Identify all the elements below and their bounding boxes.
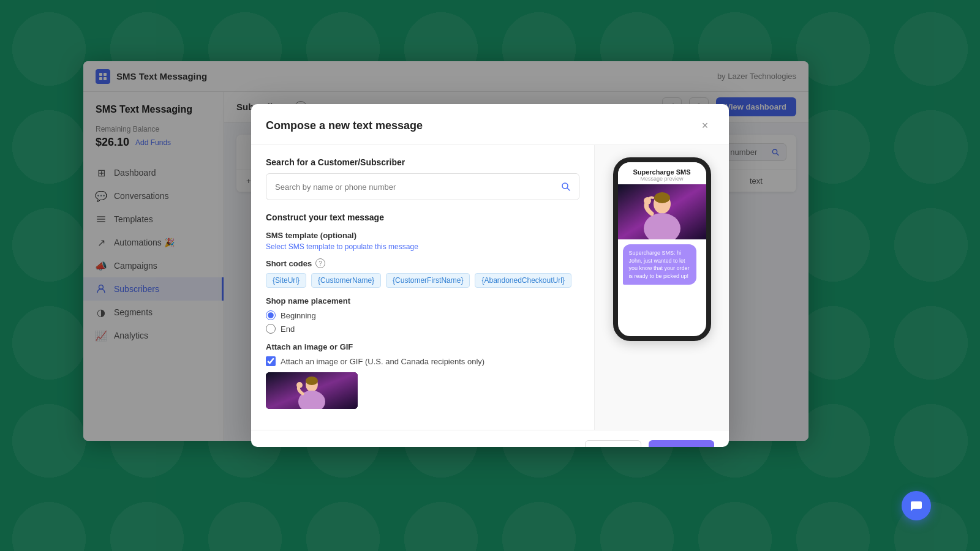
short-codes-label: Short codes [266, 259, 312, 268]
svg-point-9 [562, 183, 568, 189]
attach-check-label: Attach an image or GIF (U.S. and Canada … [281, 357, 484, 366]
modal-footer: Cancel Send text [251, 430, 729, 447]
placement-label: Shop name placement [266, 296, 579, 305]
placement-radio-beginning: Beginning [266, 310, 579, 320]
short-codes-section: Short codes ? {SiteUrl} {CustomerName} {… [266, 258, 579, 288]
attach-label: Attach an image or GIF [266, 342, 579, 351]
cancel-button[interactable]: Cancel [585, 440, 641, 447]
code-tag-customername[interactable]: {CustomerName} [311, 273, 381, 288]
placement-section: Shop name placement Beginning End [266, 296, 579, 334]
modal-header: Compose a new text message × [251, 104, 729, 145]
phone-preview-label: Message preview [624, 176, 700, 182]
phone-message-area: Supercharge SMS: hi John, just wanted to… [618, 239, 706, 290]
construct-section: Construct your text message SMS template… [266, 212, 579, 409]
attach-checkbox-input[interactable] [266, 356, 276, 366]
template-select-link[interactable]: Select SMS template to populate this mes… [266, 242, 579, 251]
short-codes-label-row: Short codes ? [266, 258, 579, 268]
search-section: Search for a Customer/Subscriber [266, 157, 579, 200]
placement-option-beginning: Beginning [281, 311, 316, 320]
modal-right-panel: Supercharge SMS Message preview [594, 145, 729, 430]
modal-overlay: Compose a new text message × Search for … [0, 0, 980, 551]
phone-header-bar: Supercharge SMS Message preview [618, 162, 706, 184]
search-section-label: Search for a Customer/Subscriber [266, 157, 579, 167]
placement-radio-end: End [266, 324, 579, 334]
svg-point-13 [296, 382, 303, 388]
modal-left-panel: Search for a Customer/Subscriber Cons [251, 145, 594, 430]
image-preview-inner [266, 372, 358, 409]
search-input-container [266, 173, 579, 200]
compose-modal: Compose a new text message × Search for … [251, 104, 729, 447]
phone-mockup: Supercharge SMS Message preview [613, 157, 711, 341]
modal-title: Compose a new text message [266, 119, 423, 132]
code-tag-customerfirstname[interactable]: {CustomerFirstName} [386, 273, 470, 288]
svg-point-19 [654, 192, 670, 203]
short-codes-info-icon[interactable]: ? [315, 258, 325, 268]
attach-check-row: Attach an image or GIF (U.S. and Canada … [266, 356, 579, 366]
code-tag-siteurl[interactable]: {SiteUrl} [266, 273, 306, 288]
subscriber-search-button[interactable] [553, 174, 579, 200]
codes-row: {SiteUrl} {CustomerName} {CustomerFirstN… [266, 273, 579, 288]
modal-body: Search for a Customer/Subscriber Cons [251, 145, 729, 430]
phone-image-bg [618, 184, 706, 239]
phone-app-name: Supercharge SMS [624, 168, 700, 176]
placement-radio-beginning-input[interactable] [266, 310, 276, 320]
svg-point-14 [306, 377, 318, 385]
attached-image-preview [266, 372, 358, 409]
construct-title: Construct your text message [266, 212, 579, 222]
placement-option-end: End [281, 324, 295, 334]
attach-section: Attach an image or GIF Attach an image o… [266, 342, 579, 409]
code-tag-abandonedcheckouturl[interactable]: {AbandonedCheckoutUrl} [475, 273, 571, 288]
chat-fab-button[interactable] [902, 491, 931, 520]
template-field-label: SMS template (optional) [266, 231, 579, 240]
placement-radio-end-input[interactable] [266, 324, 276, 334]
subscriber-search-input[interactable] [266, 176, 553, 198]
send-text-button[interactable]: Send text [649, 440, 714, 447]
modal-close-button[interactable]: × [696, 116, 714, 135]
phone-image-area [618, 184, 706, 239]
message-bubble: Supercharge SMS: hi John, just wanted to… [623, 244, 696, 285]
